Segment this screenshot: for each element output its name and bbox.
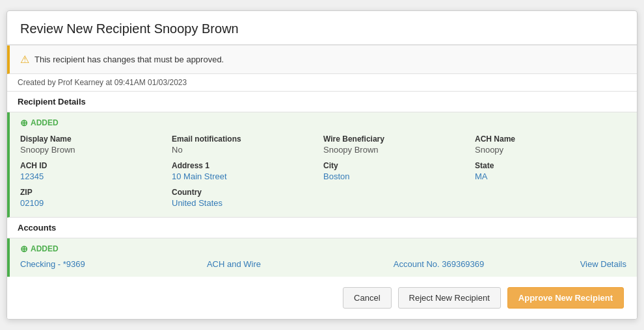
recipient-fields-grid: Display Name Snoopy Brown Email notifica… [20, 133, 626, 209]
account-number: Account No. 369369369 [394, 259, 575, 269]
modal-footer: Cancel Reject New Recipient Approve New … [7, 277, 637, 319]
email-notifications-field: Email notifications No [172, 133, 323, 156]
account-type: ACH and Wire [207, 259, 388, 269]
alert-text: This recipient has changes that must be … [34, 55, 224, 64]
modal-title: Review New Recipient Snoopy Brown [20, 21, 624, 36]
view-details-link[interactable]: View Details [580, 259, 626, 269]
created-by: Created by Prof Kearney at 09:41AM 01/03… [7, 74, 637, 92]
recipient-details-header: Recipient Details [7, 92, 637, 112]
alert-banner: ⚠ This recipient has changes that must b… [7, 45, 637, 74]
cancel-button[interactable]: Cancel [343, 287, 391, 309]
wire-beneficiary-field: Wire Beneficiary Snoopy Brown [323, 133, 475, 156]
state-field: State MA [475, 160, 626, 183]
display-name-field: Display Name Snoopy Brown [20, 133, 172, 156]
modal-header: Review New Recipient Snoopy Brown [7, 11, 637, 45]
approve-button[interactable]: Approve New Recipient [507, 287, 624, 309]
recipient-details-added-section: ⊕ ADDED Display Name Snoopy Brown Email … [7, 112, 637, 218]
account-name: Checking - *9369 [20, 259, 202, 269]
warning-icon: ⚠ [20, 53, 29, 66]
ach-name-field: ACH Name Snoopy [475, 133, 626, 156]
address1-field: Address 1 10 Main Street [172, 160, 323, 183]
added-label: ⊕ ADDED [20, 118, 626, 128]
city-field: City Boston [323, 160, 475, 183]
plus-icon: ⊕ [20, 118, 28, 128]
accounts-added-label: ⊕ ADDED [20, 244, 626, 254]
reject-button[interactable]: Reject New Recipient [398, 287, 501, 309]
account-row: Checking - *9369 ACH and Wire Account No… [20, 259, 626, 269]
accounts-added-section: ⊕ ADDED Checking - *9369 ACH and Wire Ac… [7, 238, 637, 277]
ach-id-field: ACH ID 12345 [20, 160, 172, 183]
country-field: Country United States [172, 186, 323, 209]
accounts-plus-icon: ⊕ [20, 244, 28, 254]
zip-field: ZIP 02109 [20, 186, 172, 209]
accounts-header: Accounts [7, 218, 637, 238]
review-recipient-modal: Review New Recipient Snoopy Brown ⚠ This… [7, 10, 637, 320]
